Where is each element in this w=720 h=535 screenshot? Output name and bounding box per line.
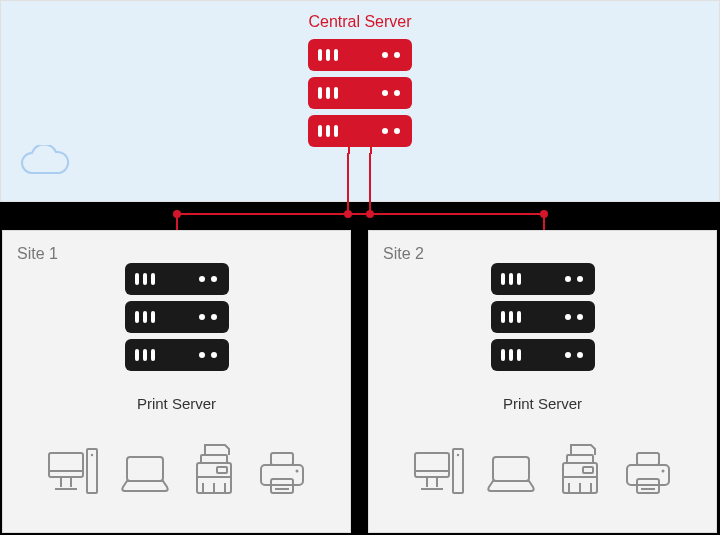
cloud-icon — [19, 145, 71, 183]
laptop-icon — [485, 455, 537, 495]
svg-rect-7 — [127, 457, 163, 481]
site-label: Site 1 — [17, 245, 58, 263]
site-panel-2: Site 2 Print Server — [368, 230, 717, 533]
desktop-icon — [47, 447, 99, 495]
print-server-icon — [491, 263, 595, 371]
desktop-icon — [413, 447, 465, 495]
svg-point-20 — [295, 470, 298, 473]
cloud-panel: Central Server — [0, 0, 720, 202]
svg-point-27 — [456, 454, 458, 456]
svg-rect-21 — [415, 453, 449, 477]
connection-line — [347, 153, 349, 214]
central-server-title: Central Server — [308, 13, 411, 31]
site-label: Site 2 — [383, 245, 424, 263]
svg-rect-28 — [493, 457, 529, 481]
svg-rect-11 — [217, 467, 227, 473]
copier-icon — [191, 443, 237, 495]
device-row — [47, 443, 307, 495]
svg-rect-15 — [261, 465, 303, 485]
connection-node — [173, 210, 181, 218]
svg-point-6 — [90, 454, 92, 456]
svg-rect-0 — [49, 453, 83, 477]
copier-icon — [557, 443, 603, 495]
connection-node — [366, 210, 374, 218]
connection-line — [369, 153, 371, 214]
svg-rect-9 — [201, 455, 227, 463]
print-server-label: Print Server — [137, 395, 216, 412]
connection-line — [176, 213, 544, 215]
svg-rect-36 — [627, 465, 669, 485]
site-panel-1: Site 1 Print Server — [2, 230, 351, 533]
print-server-icon — [125, 263, 229, 371]
printer-icon — [257, 451, 307, 495]
svg-rect-16 — [271, 453, 293, 465]
svg-rect-32 — [583, 467, 593, 473]
central-server-icon — [308, 39, 412, 147]
svg-rect-37 — [637, 453, 659, 465]
device-row — [413, 443, 673, 495]
svg-rect-30 — [567, 455, 593, 463]
print-server-label: Print Server — [503, 395, 582, 412]
connection-node — [344, 210, 352, 218]
printer-icon — [623, 451, 673, 495]
svg-point-41 — [661, 470, 664, 473]
laptop-icon — [119, 455, 171, 495]
connection-node — [540, 210, 548, 218]
